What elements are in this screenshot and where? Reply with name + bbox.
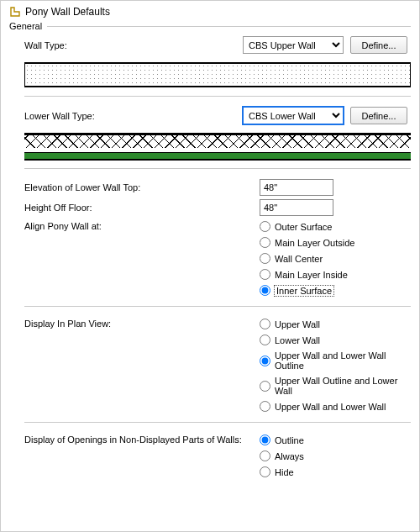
lower-wall-type-label: Lower Wall Type:	[24, 111, 243, 121]
radio-label: Wall Center	[275, 254, 323, 264]
elevation-label: Elevation of Lower Wall Top:	[24, 181, 260, 194]
display-openings-grid: Display of Openings in Non-Displayed Par…	[24, 433, 411, 479]
openings-hide-radio[interactable]: Hide	[260, 466, 411, 477]
pony-wall-icon	[9, 6, 21, 18]
display-upper-outline-lower-radio[interactable]: Upper Wall Outline and Lower Wall	[260, 376, 411, 396]
display-plan-radio-group: Upper Wall Lower Wall Upper Wall and Low…	[260, 317, 411, 413]
divider	[24, 306, 411, 307]
radio-label: Always	[275, 451, 304, 461]
lower-wall-preview	[24, 133, 411, 160]
display-upper-wall-radio[interactable]: Upper Wall	[260, 319, 411, 329]
radio-label: Outer Surface	[275, 222, 332, 232]
display-upper-lower-outline-radio[interactable]: Upper Wall and Lower Wall Outline	[260, 350, 411, 371]
upper-wall-preview	[24, 62, 411, 87]
align-outer-surface-radio[interactable]: Outer Surface	[260, 221, 411, 232]
radio-label: Upper Wall and Lower Wall	[275, 402, 386, 412]
fields-grid: Elevation of Lower Wall Top: Height Off …	[24, 179, 411, 298]
divider	[24, 168, 411, 169]
display-openings-radio-group: Outline Always Hide	[260, 433, 411, 479]
display-upper-lower-radio[interactable]: Upper Wall and Lower Wall	[260, 401, 411, 412]
divider	[24, 96, 411, 97]
openings-always-radio[interactable]: Always	[260, 450, 411, 461]
radio-label: Lower Wall	[275, 335, 320, 345]
radio-label: Hide	[275, 467, 294, 477]
lower-wall-type-row: Lower Wall Type: CBS Lower Wall Define..…	[24, 107, 411, 124]
radio-label: Main Layer Outside	[275, 238, 354, 248]
divider	[47, 26, 411, 27]
wall-type-define-button[interactable]: Define...	[350, 36, 407, 54]
display-lower-wall-radio[interactable]: Lower Wall	[260, 334, 411, 345]
lower-wall-type-define-button[interactable]: Define...	[350, 107, 407, 124]
radio-label: Outline	[275, 435, 304, 445]
divider	[24, 422, 411, 423]
window-title: Pony Wall Defaults	[25, 6, 110, 18]
height-off-floor-input[interactable]	[260, 199, 333, 216]
display-plan-grid: Display In Plan View: Upper Wall Lower W…	[24, 317, 411, 413]
align-radio-group: Outer Surface Main Layer Outside Wall Ce…	[260, 219, 411, 298]
display-plan-label: Display In Plan View:	[24, 317, 260, 330]
wall-type-row: Wall Type: CBS Upper Wall Define...	[24, 36, 411, 54]
align-inner-surface-radio[interactable]: Inner Surface	[260, 285, 411, 296]
dialog-window: Pony Wall Defaults General Wall Type: CB…	[0, 0, 420, 532]
radio-label: Inner Surface	[275, 286, 333, 296]
title-bar: Pony Wall Defaults	[9, 6, 411, 18]
general-group-header: General	[9, 21, 411, 31]
align-label: Align Pony Wall at:	[24, 219, 260, 233]
radio-label: Upper Wall and Lower Wall Outline	[275, 350, 411, 371]
wall-type-combo[interactable]: CBS Upper Wall	[243, 36, 344, 54]
radio-label: Main Layer Inside	[275, 270, 348, 280]
general-legend: General	[9, 21, 47, 31]
radio-label: Upper Wall	[275, 319, 320, 329]
wall-type-label: Wall Type:	[24, 40, 243, 50]
general-section: Wall Type: CBS Upper Wall Define... Lowe…	[9, 36, 411, 479]
elevation-input[interactable]	[260, 179, 333, 196]
align-wall-center-radio[interactable]: Wall Center	[260, 253, 411, 264]
lower-wall-type-combo[interactable]: CBS Lower Wall	[243, 107, 344, 124]
height-off-floor-label: Height Off Floor:	[24, 201, 260, 214]
display-openings-label: Display of Openings in Non-Displayed Par…	[24, 433, 260, 446]
radio-label: Upper Wall Outline and Lower Wall	[275, 376, 411, 396]
align-main-layer-outside-radio[interactable]: Main Layer Outside	[260, 237, 411, 248]
align-main-layer-inside-radio[interactable]: Main Layer Inside	[260, 269, 411, 280]
openings-outline-radio[interactable]: Outline	[260, 435, 411, 445]
